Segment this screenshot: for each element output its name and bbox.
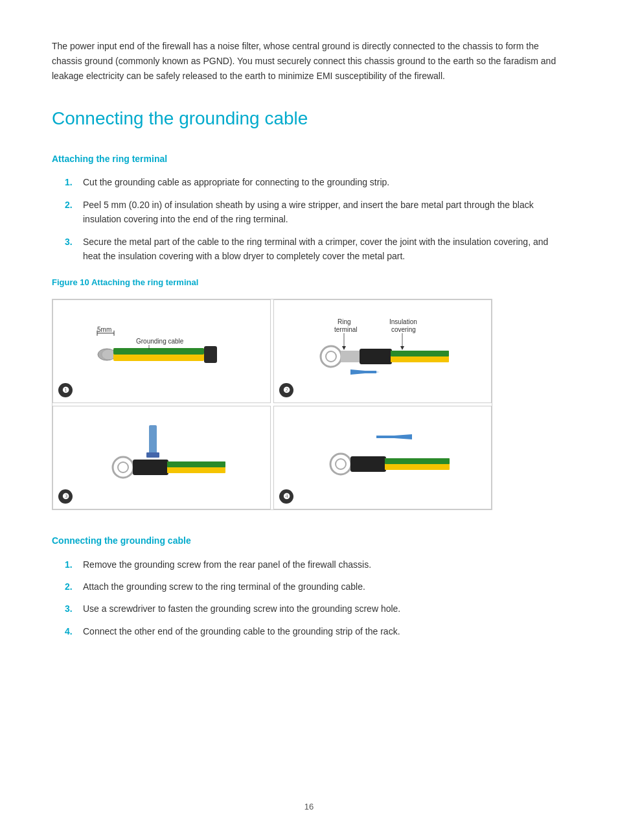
figure-cell-2: Ring terminal Insulation covering (273, 299, 492, 403)
svg-point-37 (336, 459, 346, 469)
figure-caption: Figure 10 Attaching the ring terminal (52, 276, 566, 290)
svg-rect-8 (204, 346, 217, 363)
svg-text:covering: covering (391, 326, 416, 333)
connecting-step-number-1: 1. (65, 557, 83, 572)
svg-point-30 (118, 462, 128, 472)
section-title: Connecting the grounding cable (52, 104, 566, 134)
connecting-step-3: 3. Use a screwdriver to fasten the groun… (65, 601, 566, 616)
step-text-3: Secure the metal part of the cable to th… (83, 235, 566, 264)
connecting-step-text-3: Use a screwdriver to fasten the groundin… (83, 601, 400, 616)
figure-illustration-2: Ring terminal Insulation covering (299, 312, 467, 390)
svg-text:terminal: terminal (334, 326, 358, 333)
connecting-step-number-4: 4. (65, 624, 83, 638)
cell-number-2: ❷ (279, 383, 293, 397)
attaching-step-1: 1. Cut the grounding cable as appropriat… (65, 175, 566, 189)
svg-text:Grounding cable: Grounding cable (136, 338, 184, 345)
connecting-step-1: 1. Remove the grounding screw from the r… (65, 557, 566, 572)
step-number-3: 3. (65, 235, 83, 264)
svg-rect-40 (385, 458, 450, 464)
attaching-step-3: 3. Secure the metal part of the cable to… (65, 235, 566, 264)
svg-marker-16 (342, 346, 346, 350)
page: The power input end of the firewall has … (0, 0, 618, 840)
connecting-step-text-4: Connect the other end of the grounding c… (83, 624, 400, 638)
cell-number-1: ❶ (58, 383, 73, 397)
attaching-steps-list: 1. Cut the grounding cable as appropriat… (52, 175, 566, 263)
svg-text:Insulation: Insulation (389, 318, 417, 325)
attaching-subsection-title: Attaching the ring terminal (52, 152, 566, 166)
svg-rect-22 (360, 349, 392, 364)
step-text-2: Peel 5 mm (0.20 in) of insulation sheath… (83, 198, 566, 227)
step-number-2: 2. (65, 198, 83, 227)
svg-text:5mm: 5mm (97, 326, 111, 333)
figure-cell-1: 5mm Grounding cable ❶ (52, 299, 271, 403)
svg-rect-33 (167, 461, 225, 467)
connecting-steps-list: 1. Remove the grounding screw from the r… (52, 557, 566, 639)
svg-rect-31 (133, 460, 168, 475)
figure-illustration-3 (78, 419, 246, 496)
page-number: 16 (0, 800, 618, 814)
figure-grid: 5mm Grounding cable ❶ (52, 299, 492, 510)
step-text-1: Cut the grounding cable as appropriate f… (83, 175, 389, 189)
figure-cell-4: ❹ (273, 406, 492, 509)
svg-text:Ring: Ring (338, 318, 351, 325)
connecting-step-text-2: Attach the grounding screw to the ring t… (83, 579, 365, 594)
svg-rect-35 (376, 436, 412, 438)
svg-rect-27 (149, 425, 157, 454)
figure-illustration-4 (299, 419, 467, 496)
connecting-step-2: 2. Attach the grounding screw to the rin… (65, 579, 566, 594)
svg-rect-28 (146, 452, 159, 458)
svg-rect-24 (391, 351, 449, 356)
svg-rect-38 (350, 456, 386, 472)
svg-point-29 (113, 457, 133, 478)
svg-point-19 (321, 346, 341, 367)
cell-number-3: ❸ (58, 489, 73, 504)
figure-illustration-1: 5mm Grounding cable (78, 312, 246, 390)
connecting-step-number-3: 3. (65, 601, 83, 616)
svg-point-20 (326, 351, 336, 362)
attaching-step-2: 2. Peel 5 mm (0.20 in) of insulation she… (65, 198, 566, 227)
step-number-1: 1. (65, 175, 83, 189)
svg-point-36 (330, 454, 351, 474)
cell-number-4: ❹ (279, 489, 293, 504)
figure-cell-3: ❸ (52, 406, 271, 509)
connecting-subsection-title: Connecting the grounding cable (52, 533, 566, 548)
connecting-step-4: 4. Connect the other end of the groundin… (65, 624, 566, 638)
svg-rect-21 (341, 351, 360, 362)
connecting-step-text-1: Remove the grounding screw from the rear… (83, 557, 371, 572)
svg-rect-26 (350, 371, 376, 373)
intro-paragraph: The power input end of the firewall has … (52, 39, 566, 84)
connecting-step-number-2: 2. (65, 579, 83, 594)
connecting-section: Connecting the grounding cable 1. Remove… (52, 533, 566, 638)
svg-rect-7 (113, 348, 204, 355)
svg-marker-18 (400, 346, 404, 350)
